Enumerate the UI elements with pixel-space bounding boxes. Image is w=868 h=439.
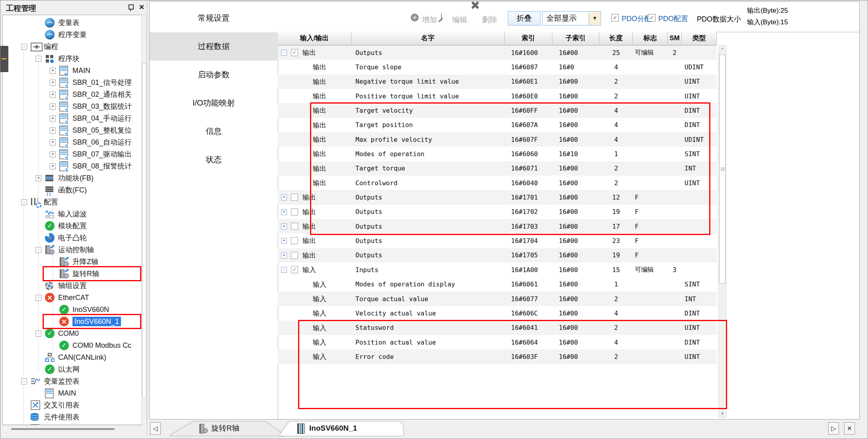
expand-toggle[interactable]: +: [281, 253, 287, 259]
settings-menu-item-常规设置[interactable]: 常规设置: [150, 4, 278, 32]
expand-toggle[interactable]: -: [21, 44, 27, 50]
tree-item-SBR_05_整机复位[interactable]: +SBR_05_整机复位: [3, 124, 142, 136]
row-checkbox[interactable]: [291, 252, 298, 259]
column-header-名字[interactable]: 名字: [351, 32, 505, 45]
display-filter-dropdown[interactable]: 全部显示 ▼: [542, 11, 601, 25]
settings-menu-item-状态[interactable]: 状态: [150, 145, 278, 174]
tree-item-运动控制轴[interactable]: -运动控制轴: [3, 244, 142, 256]
pdo-row[interactable]: 输出Controlword16#604016#002UINT: [278, 176, 717, 190]
tree-item-交叉引用表[interactable]: 交叉引用表: [3, 399, 142, 411]
tree-item-MAIN[interactable]: MAIN: [3, 387, 142, 399]
tree-item-电子凸轮[interactable]: 电子凸轮: [3, 232, 142, 244]
expand-toggle[interactable]: +: [50, 92, 56, 98]
settings-menu-item-启动参数[interactable]: 启动参数: [150, 61, 278, 89]
expand-toggle[interactable]: +: [50, 116, 56, 122]
tree-item-变量监控表[interactable]: -变量监控表: [3, 375, 142, 387]
pdo-row[interactable]: 输入Modes of operation display16#606116#00…: [278, 277, 717, 292]
column-header-SM[interactable]: SM: [668, 32, 682, 45]
expand-toggle[interactable]: -: [281, 50, 287, 56]
row-checkbox[interactable]: ✓: [291, 266, 298, 273]
pdo-row[interactable]: 输入Statusword16#604116#002UINT: [278, 321, 717, 335]
expand-toggle[interactable]: +: [35, 175, 41, 181]
tree-item-元件使用表[interactable]: 元件使用表: [3, 411, 142, 423]
expand-toggle[interactable]: +: [281, 194, 287, 200]
tree-item-InoSV660N_1[interactable]: ×InoSV660N_1: [3, 316, 142, 327]
tree-item-partial[interactable]: [3, 423, 142, 425]
tab-scroll-left-button[interactable]: ◁: [150, 422, 161, 435]
tree-item-SBR_06_自动运行[interactable]: +SBR_06_自动运行: [3, 136, 142, 148]
expand-toggle[interactable]: -: [35, 331, 41, 337]
pdo-row[interactable]: +输出Outputs16#170216#0019F: [278, 205, 717, 219]
pdo-row[interactable]: 输出Target position16#607A16#004DINT: [278, 118, 717, 132]
expand-toggle[interactable]: +: [50, 163, 56, 169]
tab-旋转R轴[interactable]: 旋转R轴: [169, 421, 285, 436]
scrollbar-thumb[interactable]: [11, 428, 115, 430]
row-checkbox[interactable]: [291, 223, 298, 230]
scroll-down-icon[interactable]: v: [719, 410, 726, 417]
pdo-row[interactable]: +输出Outputs16#170516#0019F: [278, 248, 717, 263]
tree-item-配置[interactable]: -配置: [3, 196, 142, 208]
tree-item-模块配置[interactable]: ✓模块配置: [3, 220, 142, 232]
table-vertical-scrollbar[interactable]: ^ v: [718, 45, 726, 417]
tree-item-COM0 Modbus Cc[interactable]: ✓COM0 Modbus Cc: [3, 339, 142, 351]
pdo-row[interactable]: +输出Outputs16#170316#0017F: [278, 219, 717, 233]
scrollbar-thumb[interactable]: [142, 63, 146, 398]
pdo-row[interactable]: 输出Negative torque limit value16#60E116#0…: [278, 74, 717, 89]
tab-InoSV660N_1[interactable]: InoSV660N_1: [279, 421, 403, 436]
expand-toggle[interactable]: +: [281, 209, 287, 215]
tree-item-程序块[interactable]: -程序块: [3, 53, 142, 65]
pdo-row[interactable]: 输入Error code16#603F16#002UINT: [278, 349, 717, 364]
pdo-row[interactable]: 输出Target torque16#607116#002INT: [278, 161, 717, 176]
edit-button[interactable]: 编辑: [452, 15, 467, 25]
tree-item-SBR_04_手动运行[interactable]: +SBR_04_手动运行: [3, 112, 142, 124]
expand-toggle[interactable]: -: [281, 267, 287, 273]
column-header-类型[interactable]: 类型: [682, 32, 717, 45]
settings-menu-item-过程数据[interactable]: 过程数据: [150, 32, 278, 61]
expand-toggle[interactable]: +: [50, 127, 56, 133]
column-header-输入/输出[interactable]: 输入/输出: [278, 32, 351, 45]
collapsed-panel-grip[interactable]: [0, 46, 8, 72]
tree-item-SBR_03_数据统计[interactable]: +SBR_03_数据统计: [3, 100, 142, 112]
tree-item-MAIN[interactable]: +MAIN: [3, 65, 142, 76]
expand-toggle[interactable]: +: [50, 151, 56, 157]
tree-vertical-scrollbar[interactable]: [141, 15, 146, 424]
tree-item-以太网[interactable]: ✓以太网: [3, 363, 142, 375]
tab-close-button[interactable]: ✕: [844, 422, 855, 435]
pdo-row[interactable]: 输出Torque slope16#608716#04UDINT: [278, 60, 717, 74]
scrollbar-thumb[interactable]: [719, 55, 726, 284]
expand-toggle[interactable]: +: [281, 238, 287, 244]
expand-toggle[interactable]: +: [50, 139, 56, 145]
pdo-row[interactable]: +输出Outputs16#170116#0012F: [278, 190, 717, 204]
tree-item-COM0[interactable]: -✓COM0: [3, 327, 142, 339]
pdo-assign-checkbox[interactable]: ✓: [611, 14, 619, 22]
expand-toggle[interactable]: -: [35, 295, 41, 301]
add-button[interactable]: 增加: [422, 15, 437, 25]
tree-item-SBR_01_信号处理[interactable]: +SBR_01_信号处理: [3, 76, 142, 88]
tree-item-轴组设置[interactable]: 轴组设置: [3, 280, 142, 292]
tree-item-CAN(CANLink)[interactable]: CAN(CANLink): [3, 351, 142, 363]
pdo-row[interactable]: 输出Positive torque limit value16#60E016#0…: [278, 89, 717, 103]
expand-toggle[interactable]: -: [35, 56, 41, 62]
pdo-row[interactable]: 输入Torque actual value16#607716#002INT: [278, 292, 717, 306]
expand-toggle[interactable]: -: [21, 199, 27, 205]
row-checkbox[interactable]: [291, 237, 298, 244]
expand-toggle[interactable]: +: [50, 80, 56, 86]
pdo-row[interactable]: 输出Modes of operation16#606016#101SINT: [278, 147, 717, 161]
pdo-row[interactable]: -✓输出Outputs16#160016#0025可编辑2: [278, 45, 717, 60]
row-checkbox[interactable]: ✓: [291, 49, 298, 56]
expand-toggle[interactable]: -: [21, 378, 27, 384]
tree-item-旋转R轴[interactable]: 旋转R轴: [3, 268, 142, 280]
tree-item-编程[interactable]: -⊣⊢编程: [3, 41, 142, 53]
chevron-down-icon[interactable]: ▼: [589, 12, 601, 25]
column-header-索引[interactable]: 索引: [505, 32, 552, 45]
settings-menu-item-信息[interactable]: 信息: [150, 117, 278, 145]
expand-toggle[interactable]: +: [281, 223, 287, 229]
tree-item-函数(FC)[interactable]: 函数(FC): [3, 184, 142, 196]
collapse-button[interactable]: 折叠: [508, 11, 540, 25]
tree-item-SBR_07_驱动输出[interactable]: +SBR_07_驱动输出: [3, 148, 142, 160]
expand-toggle[interactable]: +: [50, 104, 56, 110]
row-checkbox[interactable]: [291, 208, 298, 216]
column-header-标志[interactable]: 标志: [633, 32, 668, 45]
tree-item-升降Z轴[interactable]: 升降Z轴: [3, 256, 142, 268]
pdo-row[interactable]: 输出Target velocity16#60FF16#004DINT: [278, 103, 717, 118]
